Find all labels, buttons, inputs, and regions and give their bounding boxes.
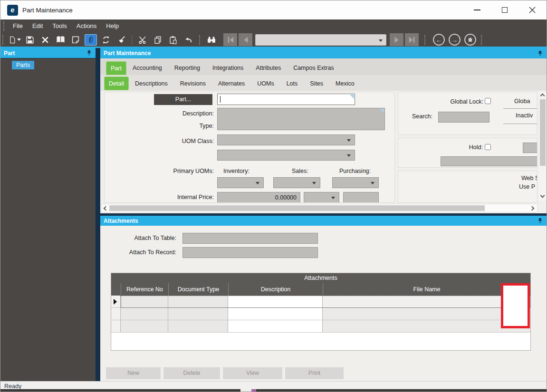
forward-button[interactable]: → (449, 34, 461, 46)
tab-uoms[interactable]: UOMs (251, 77, 280, 91)
previous-record-button[interactable] (239, 33, 252, 46)
grid-cell[interactable] (323, 296, 530, 307)
pin-icon[interactable] (86, 50, 92, 56)
pin-icon[interactable] (537, 50, 543, 57)
clear-button[interactable] (115, 34, 127, 46)
global-lock-checkbox[interactable] (485, 98, 491, 104)
back-button[interactable]: ← (433, 34, 445, 46)
grid-cell[interactable] (228, 320, 323, 332)
type-dropdown[interactable] (217, 134, 355, 145)
toolbar-grip-2[interactable] (199, 35, 201, 45)
sales-uom-dropdown[interactable] (273, 177, 320, 188)
scroll-up-icon[interactable] (540, 94, 545, 98)
scroll-down-icon[interactable] (540, 193, 545, 198)
grid-cell[interactable] (121, 320, 168, 332)
grid-cell[interactable] (168, 296, 228, 307)
column-header-reference-no[interactable]: Reference No (121, 283, 168, 296)
combobox-caret-icon[interactable] (379, 39, 383, 42)
grid-cell[interactable] (323, 320, 530, 332)
grid-cell[interactable] (228, 308, 323, 320)
grid-cell[interactable] (228, 296, 323, 307)
grid-cell[interactable] (168, 320, 228, 332)
last-record-button[interactable] (405, 33, 419, 46)
global-clipped-label: Globa (514, 98, 530, 105)
pin-icon[interactable] (537, 218, 543, 224)
scrollbar-thumb[interactable] (109, 205, 485, 211)
inventory-uom-dropdown[interactable] (217, 177, 264, 188)
tab-lots[interactable]: Lots (280, 77, 304, 91)
record-combobox[interactable] (255, 34, 386, 46)
tab-sites[interactable]: Sites (304, 77, 329, 91)
search-book-button[interactable] (54, 34, 67, 46)
tab-descriptions[interactable]: Descriptions (129, 77, 174, 91)
tab-part[interactable]: Part (106, 61, 126, 75)
column-header-file-name[interactable]: File Name (323, 283, 530, 296)
delete-attachment-button[interactable]: Delete (163, 367, 220, 379)
print-attachment-button[interactable]: Print (285, 367, 344, 379)
menu-actions[interactable]: Actions (72, 20, 102, 32)
new-button[interactable] (9, 34, 21, 46)
internal-price-uom-dropdown[interactable] (304, 192, 339, 203)
tab-integrations[interactable]: Integrations (206, 61, 250, 75)
tab-accounting[interactable]: Accounting (126, 61, 168, 75)
column-header-description[interactable]: Description (228, 283, 323, 296)
form-vertical-scrollbar[interactable] (539, 92, 547, 201)
search-binoculars-button[interactable] (205, 34, 218, 46)
grid-cell[interactable] (121, 308, 168, 320)
scroll-right-icon[interactable] (530, 206, 535, 211)
menu-file[interactable]: File (8, 20, 28, 32)
menu-edit[interactable]: Edit (28, 20, 48, 32)
copy-button[interactable] (152, 34, 164, 46)
tab-alternates[interactable]: Alternates (212, 77, 251, 91)
grid-cell[interactable] (121, 296, 168, 307)
next-record-button[interactable] (390, 33, 403, 46)
new-attachment-button[interactable]: New (106, 367, 161, 379)
refresh-button[interactable] (100, 34, 112, 46)
menu-grip[interactable] (3, 21, 5, 31)
attachment-button[interactable] (85, 34, 97, 46)
grid-cell[interactable] (168, 308, 228, 320)
scrollbar-thumb[interactable] (540, 99, 546, 166)
menu-tools[interactable]: Tools (48, 20, 71, 32)
undo-button[interactable] (182, 34, 194, 46)
uom-class-dropdown[interactable] (217, 150, 355, 161)
form-horizontal-scrollbar[interactable] (101, 204, 537, 212)
part-search-button[interactable]: Part... (154, 94, 212, 105)
row-selector[interactable] (111, 296, 121, 307)
close-button[interactable] (524, 3, 540, 17)
home-button[interactable] (464, 34, 476, 46)
tab-reporting[interactable]: Reporting (168, 61, 206, 75)
paste-button[interactable] (167, 34, 179, 46)
tab-revisions[interactable]: Revisions (174, 77, 212, 91)
toolbar-grip-3[interactable] (424, 35, 426, 45)
tab-attributes[interactable]: Attributes (250, 61, 287, 75)
row-selector-header (111, 283, 121, 296)
save-button[interactable] (24, 34, 36, 46)
delete-button[interactable] (39, 34, 51, 46)
row-selector[interactable] (111, 320, 121, 332)
purchasing-uom-dropdown[interactable] (332, 177, 379, 188)
grid-cell[interactable] (323, 308, 530, 320)
minimize-button[interactable] (469, 3, 485, 17)
part-input[interactable] (217, 94, 355, 105)
maximize-button[interactable] (497, 3, 513, 17)
toolbar-grip-4[interactable] (481, 35, 482, 45)
toolbar-grip[interactable] (2, 35, 4, 45)
tab-campos-extras[interactable]: Campos Extras (287, 61, 340, 75)
hold-reason-field (441, 156, 537, 166)
column-header-document-type[interactable]: Document Type (168, 283, 228, 296)
tab-mexico[interactable]: Mexico (329, 77, 361, 91)
memo-button[interactable] (69, 34, 82, 46)
hold-checkbox[interactable] (485, 144, 491, 150)
menu-help[interactable]: Help (101, 20, 124, 32)
tree-item-parts[interactable]: Parts (12, 61, 34, 69)
scroll-left-icon[interactable] (104, 206, 108, 211)
first-record-button[interactable] (223, 33, 237, 46)
row-selector[interactable] (111, 308, 121, 320)
tab-detail[interactable]: Detail (104, 76, 129, 90)
record-combobox-input[interactable] (256, 35, 386, 45)
cut-button[interactable] (136, 34, 149, 46)
window-title: Part Maintenance (22, 7, 73, 14)
view-attachment-button[interactable]: View (223, 367, 282, 379)
panel-splitter[interactable] (96, 48, 100, 382)
